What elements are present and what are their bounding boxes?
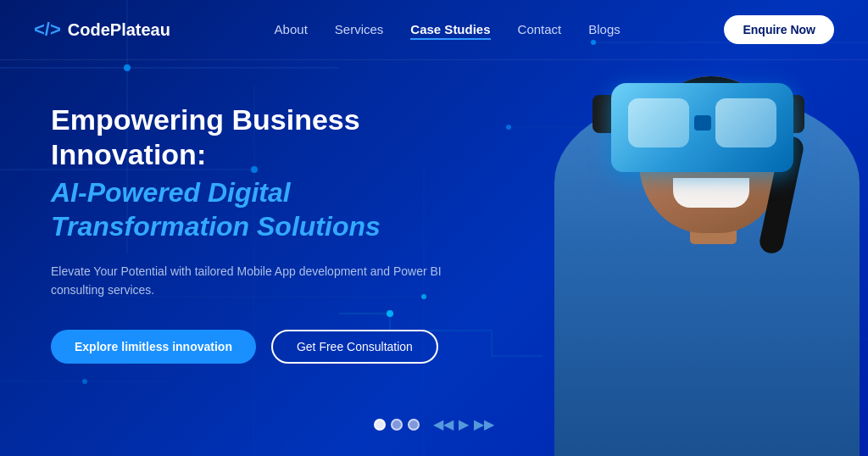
arrow-controls: ◀◀ ▶ ▶▶ (433, 416, 494, 432)
brand-name: CodePlateau (68, 20, 170, 40)
nav-case-studies[interactable]: Case Studies (410, 22, 490, 40)
vr-lens-left (628, 98, 689, 147)
prev-arrow[interactable]: ◀◀ (433, 416, 453, 432)
hero-title-white: Empowering Business Innovation: (51, 103, 492, 172)
logo: </> CodePlateau (34, 19, 170, 41)
enquire-button[interactable]: Enquire Now (724, 15, 834, 44)
vr-bridge (694, 115, 711, 131)
vr-lens-right (715, 98, 776, 147)
slider-dot-1[interactable] (374, 419, 386, 431)
logo-icon: </> (34, 19, 61, 41)
explore-button[interactable]: Explore limitless innovation (51, 330, 256, 364)
nav-about[interactable]: About (275, 22, 308, 36)
slider-dot-3[interactable] (408, 419, 420, 431)
nav-blogs[interactable]: Blogs (588, 22, 620, 36)
nav-links: About Services Case Studies Contact Blog… (275, 22, 620, 37)
nav-services[interactable]: Services (335, 22, 384, 36)
svg-point-10 (82, 379, 87, 384)
smile (673, 178, 749, 208)
hero-subtitle: Elevate Your Potential with tailored Mob… (51, 262, 458, 300)
slider-dot-2[interactable] (391, 419, 403, 431)
hero-title-blue: AI-Powered Digital Transformation Soluti… (51, 175, 492, 243)
navbar: </> CodePlateau About Services Case Stud… (0, 0, 868, 60)
vr-headset (611, 83, 793, 172)
slider-controls: ◀◀ ▶ ▶▶ (374, 416, 494, 432)
hero-content: Empowering Business Innovation: AI-Power… (0, 60, 542, 364)
next-arrow[interactable]: ▶▶ (474, 416, 494, 432)
nav-contact[interactable]: Contact (518, 22, 562, 36)
hero-section: </> CodePlateau About Services Case Stud… (0, 0, 868, 456)
play-arrow[interactable]: ▶ (459, 416, 469, 432)
consultation-button[interactable]: Get Free Consultation (271, 330, 438, 364)
hero-buttons: Explore limitless innovation Get Free Co… (51, 330, 492, 364)
